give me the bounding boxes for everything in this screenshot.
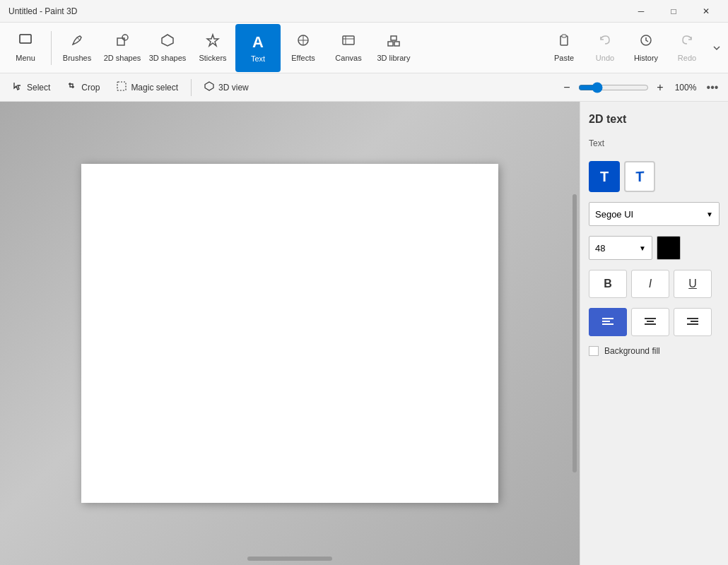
drawing-canvas[interactable] [81, 164, 498, 503]
svg-rect-13 [394, 42, 399, 46]
svg-marker-4 [162, 35, 173, 46]
history-icon [639, 33, 653, 51]
toolbar-undo[interactable]: Undo [585, 24, 625, 72]
toolbar-stickers-label: Stickers [199, 54, 226, 62]
main-toolbar: Menu Brushes 2D shapes 3D shapes Sticker… [0, 23, 728, 73]
stickers-icon [206, 33, 220, 51]
toolbar-undo-label: Undo [596, 54, 614, 62]
toolbar-effects[interactable]: Effects [281, 24, 326, 72]
toolbar-menu-label: Menu [16, 54, 35, 62]
toolbar-2dshapes[interactable]: 2D shapes [100, 24, 145, 72]
toolbar-3dshapes-label: 3D shapes [149, 54, 187, 62]
crop-button[interactable]: Crop [60, 78, 107, 96]
select-button[interactable]: Select [6, 78, 57, 96]
app-title: Untitled - Paint 3D [6, 6, 77, 16]
brushes-icon [70, 33, 84, 51]
paste-icon [557, 33, 571, 51]
svg-marker-19 [205, 82, 213, 90]
zoom-in-button[interactable]: + [652, 79, 669, 96]
right-panel: 2D text Text T T Segoe UI ▼ 48 ▼ B [580, 102, 728, 565]
2d-text-button[interactable]: T [589, 161, 620, 192]
text-section-label: Text [589, 138, 720, 148]
toolbar-brushes[interactable]: Brushes [54, 24, 100, 72]
font-size-chevron: ▼ [639, 244, 646, 252]
secondary-toolbar: Select Crop Magic select 3D view − + 100… [0, 73, 728, 102]
magic-select-button[interactable]: Magic select [110, 78, 185, 96]
3d-text-button[interactable]: T [624, 161, 655, 192]
align-row [589, 308, 720, 336]
font-size-row: 48 ▼ [589, 236, 720, 260]
zoom-controls: − + 100% ••• [558, 78, 722, 97]
canvas-area[interactable] [0, 102, 580, 565]
toolbar-3dshapes[interactable]: 3D shapes [145, 24, 190, 72]
toolbar-redo[interactable]: Redo [667, 24, 707, 72]
font-color-picker[interactable] [657, 236, 681, 260]
zoom-out-button[interactable]: − [558, 79, 575, 96]
toolbar-canvas[interactable]: Canvas [326, 24, 371, 72]
toolbar-3dlibrary[interactable]: 3D library [371, 24, 416, 72]
bg-fill-row: Background fill [589, 346, 720, 356]
toolbar-text[interactable]: A Text [235, 24, 281, 72]
secondary-toolbar-sep [191, 79, 192, 96]
canvas-icon [341, 33, 356, 51]
toolbar-collapse-button[interactable] [708, 24, 725, 72]
toolbar-effects-label: Effects [291, 54, 315, 62]
align-left-button[interactable] [589, 308, 627, 336]
format-row: B I U [589, 270, 720, 298]
minimize-button[interactable]: ─ [625, 0, 657, 23]
align-center-button[interactable] [631, 308, 669, 336]
horizontal-scrollbar[interactable] [247, 557, 332, 561]
bg-fill-checkbox[interactable] [589, 346, 599, 356]
align-right-button[interactable] [674, 308, 712, 336]
svg-rect-0 [20, 35, 31, 43]
3d-view-icon [204, 81, 214, 93]
font-size-value: 48 [595, 243, 605, 254]
main-area: 2D text Text T T Segoe UI ▼ 48 ▼ B [0, 102, 728, 565]
toolbar-canvas-label: Canvas [335, 54, 361, 62]
vertical-scrollbar[interactable] [573, 194, 577, 472]
3dshapes-icon [160, 33, 175, 51]
underline-label: U [688, 278, 697, 290]
font-dropdown[interactable]: Segoe UI ▼ [589, 202, 720, 226]
effects-icon [296, 33, 310, 51]
bold-button[interactable]: B [589, 270, 627, 298]
toolbar-brushes-label: Brushes [63, 54, 91, 62]
toolbar-history[interactable]: History [626, 24, 666, 72]
toolbar-redo-label: Redo [678, 54, 696, 62]
2dshapes-icon [115, 33, 129, 51]
3d-view-label: 3D view [218, 83, 249, 93]
toolbar-paste[interactable]: Paste [544, 24, 584, 72]
zoom-slider[interactable] [578, 82, 649, 93]
italic-label: I [649, 278, 652, 290]
svg-rect-9 [343, 36, 354, 44]
svg-rect-12 [388, 42, 393, 46]
font-size-select[interactable]: 48 ▼ [589, 236, 652, 260]
window-controls: ─ □ ✕ [625, 0, 722, 23]
svg-rect-14 [391, 36, 397, 40]
magic-select-label: Magic select [131, 83, 178, 93]
redo-icon [680, 33, 694, 51]
toolbar-menu[interactable]: Menu [3, 24, 48, 72]
bg-fill-label: Background fill [604, 346, 660, 356]
underline-button[interactable]: U [674, 270, 712, 298]
more-options-button[interactable]: ••• [703, 78, 722, 97]
font-name-display: Segoe UI [595, 209, 633, 220]
close-button[interactable]: ✕ [690, 0, 722, 23]
crop-icon [67, 81, 77, 93]
italic-button[interactable]: I [631, 270, 669, 298]
toolbar-separator-1 [51, 31, 52, 65]
toolbar-text-label: Text [251, 54, 265, 63]
font-dropdown-chevron: ▼ [706, 210, 713, 218]
3d-view-button[interactable]: 3D view [197, 78, 256, 96]
toolbar-stickers[interactable]: Stickers [190, 24, 235, 72]
toolbar-right: Paste Undo History Redo [544, 24, 725, 72]
toolbar-paste-label: Paste [554, 54, 574, 62]
text-type-row: T T [589, 161, 720, 192]
toolbar-3dlibrary-label: 3D library [377, 54, 410, 62]
svg-line-1 [77, 37, 80, 40]
titlebar: Untitled - Paint 3D ─ □ ✕ [0, 0, 728, 23]
bold-label: B [604, 278, 612, 290]
svg-rect-16 [562, 35, 566, 37]
maximize-button[interactable]: □ [657, 0, 690, 23]
select-icon [13, 81, 23, 93]
